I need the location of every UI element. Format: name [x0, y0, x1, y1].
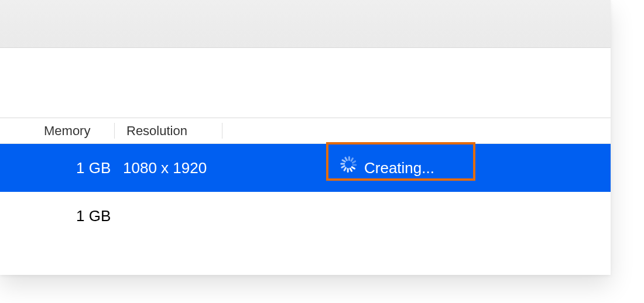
cell-memory: 1 GB [0, 159, 123, 177]
table-row[interactable]: 1 GB [0, 192, 611, 240]
window: Memory Resolution 1 GB 1080 x 1920 Creat… [0, 0, 611, 275]
table-header-row: Memory Resolution [0, 118, 611, 144]
table-row[interactable]: 1 GB 1080 x 1920 Creating... [0, 144, 611, 192]
column-header-label: Memory [44, 123, 90, 139]
column-header-label: Resolution [126, 123, 187, 139]
resolution-value: 1080 x 1920 [123, 159, 207, 177]
column-header-memory[interactable]: Memory [0, 118, 115, 143]
cell-resolution: 1080 x 1920 [123, 159, 240, 177]
window-titlebar [0, 0, 611, 48]
memory-value: 1 GB [76, 159, 111, 177]
status-text: Creating... [364, 159, 434, 177]
cell-status: Creating... [340, 159, 434, 177]
spinner-icon [340, 160, 356, 176]
column-separator [222, 123, 222, 139]
cell-memory: 1 GB [0, 207, 123, 225]
column-header-resolution[interactable]: Resolution [115, 118, 222, 143]
window-toolbar [0, 48, 611, 118]
memory-value: 1 GB [76, 207, 111, 225]
